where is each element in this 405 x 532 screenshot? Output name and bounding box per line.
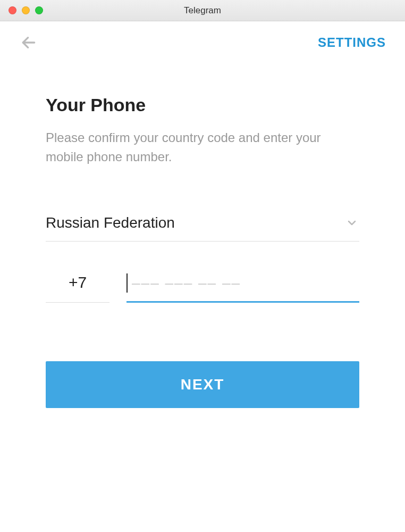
close-window-button[interactable]: [9, 6, 16, 14]
minimize-window-button[interactable]: [22, 6, 30, 14]
window-titlebar: Telegram: [0, 0, 405, 21]
chevron-down-icon: [344, 215, 359, 230]
maximize-window-button[interactable]: [35, 6, 43, 14]
app-header: SETTINGS: [0, 21, 405, 52]
phone-number-field[interactable]: ––– ––– –– ––: [126, 273, 359, 303]
arrow-left-icon: [20, 34, 37, 51]
country-code-field[interactable]: +7: [46, 273, 109, 303]
phone-placeholder: ––– ––– –– ––: [132, 275, 241, 292]
country-selector[interactable]: Russian Federation: [46, 214, 359, 242]
country-selected-label: Russian Federation: [46, 214, 175, 231]
page-subtitle: Please confirm your country code and ent…: [46, 128, 359, 167]
back-button[interactable]: [19, 33, 38, 52]
next-button[interactable]: NEXT: [46, 361, 359, 408]
main-content: Your Phone Please confirm your country c…: [0, 52, 405, 408]
window-title: Telegram: [184, 5, 221, 16]
settings-link[interactable]: SETTINGS: [318, 35, 386, 50]
page-title: Your Phone: [46, 95, 359, 115]
traffic-lights: [9, 6, 43, 14]
phone-row: +7 ––– ––– –– ––: [46, 273, 359, 303]
text-cursor: [126, 273, 128, 293]
